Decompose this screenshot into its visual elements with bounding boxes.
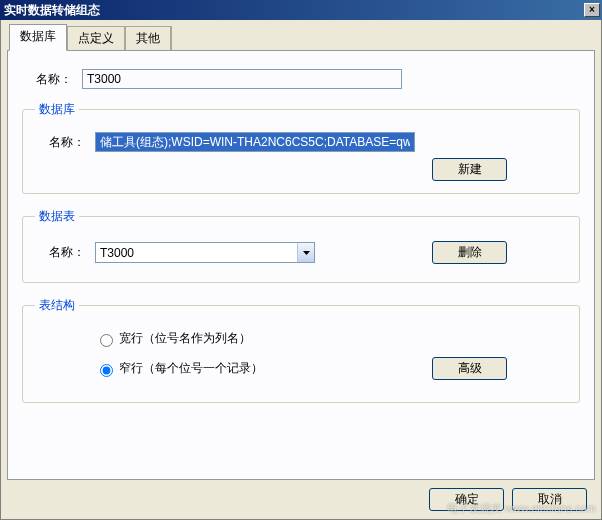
cancel-button[interactable]: 取消: [512, 488, 587, 511]
tab-point-def[interactable]: 点定义: [67, 26, 125, 50]
label-db-name: 名称：: [35, 134, 95, 151]
group-structure: 表结构 宽行（位号名作为列名） 窄行（每个位号一个记录） 高级: [22, 297, 580, 403]
tab-panel-database: 名称： 数据库 名称： 新建 数据表 名称：: [7, 50, 595, 480]
titlebar: 实时数据转储组态 ×: [0, 0, 602, 20]
ok-button[interactable]: 确定: [429, 488, 504, 511]
legend-structure: 表结构: [35, 297, 79, 314]
radio-wide-label: 宽行（位号名作为列名）: [119, 330, 251, 347]
close-icon[interactable]: ×: [584, 3, 600, 17]
window-title: 实时数据转储组态: [4, 2, 100, 19]
radio-narrow[interactable]: [100, 364, 113, 377]
radio-row-narrow[interactable]: 窄行（每个位号一个记录） 高级: [95, 357, 567, 380]
label-table-name: 名称：: [35, 244, 95, 261]
radio-row-wide[interactable]: 宽行（位号名作为列名）: [95, 330, 567, 347]
legend-database: 数据库: [35, 101, 79, 118]
tab-other[interactable]: 其他: [125, 26, 171, 50]
combo-table[interactable]: [95, 242, 315, 263]
svg-marker-0: [303, 251, 310, 255]
radio-wide[interactable]: [100, 334, 113, 347]
input-db-conn[interactable]: [95, 132, 415, 152]
group-database: 数据库 名称： 新建: [22, 101, 580, 194]
tab-strip: 数据库 点定义 其他: [9, 24, 595, 50]
tab-divider: [171, 26, 172, 50]
window-body: 数据库 点定义 其他 名称： 数据库 名称： 新建 数据表 名称：: [0, 20, 602, 520]
group-table: 数据表 名称： 删除: [22, 208, 580, 283]
legend-table: 数据表: [35, 208, 79, 225]
label-name: 名称：: [22, 71, 82, 88]
delete-button[interactable]: 删除: [432, 241, 507, 264]
chevron-down-icon[interactable]: [297, 243, 314, 262]
advanced-button[interactable]: 高级: [432, 357, 507, 380]
row-top-name: 名称：: [22, 69, 580, 89]
combo-table-input[interactable]: [96, 243, 297, 262]
tab-database[interactable]: 数据库: [9, 24, 67, 51]
input-top-name[interactable]: [82, 69, 402, 89]
footer-buttons: 确定 取消: [429, 488, 587, 511]
new-button[interactable]: 新建: [432, 158, 507, 181]
radio-narrow-label: 窄行（每个位号一个记录）: [119, 360, 263, 377]
